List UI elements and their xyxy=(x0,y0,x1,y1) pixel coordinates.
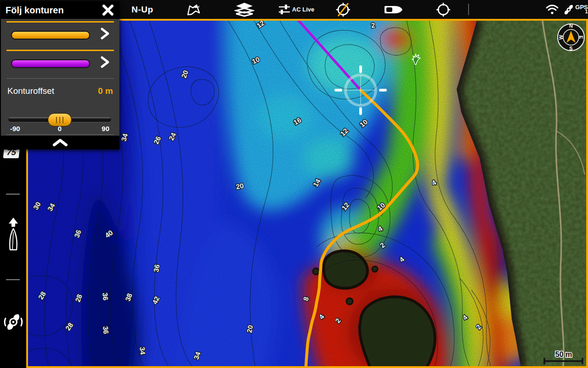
ac-live-label: AC Live xyxy=(292,6,314,13)
sidebar-divider xyxy=(6,279,20,280)
close-icon[interactable] xyxy=(100,4,116,17)
ac-live-button[interactable]: AC Live xyxy=(277,0,316,19)
spot-lock-propeller-icon[interactable] xyxy=(3,311,24,333)
depth-contour-label: 36 xyxy=(152,264,161,272)
compass-e: E xyxy=(578,35,584,39)
gps-status: GPS 1 xyxy=(575,0,588,19)
follow-contour-panel: Följ konturen Konturoffset 0 m xyxy=(1,1,119,150)
panel-header: Följ konturen xyxy=(1,1,119,19)
slider-max-label: 90 xyxy=(102,125,109,132)
orientation-mode-button[interactable]: N-Up xyxy=(128,0,157,19)
slider-min-label: -90 xyxy=(10,125,20,132)
panel-divider xyxy=(6,134,114,135)
contour-option-purple[interactable] xyxy=(6,50,114,74)
depth-contour-label: 36 xyxy=(101,292,109,300)
wifi-icon xyxy=(544,0,560,19)
contour-offset-row: Konturoffset 0 m xyxy=(7,86,113,96)
depth-contour-label: 36 xyxy=(102,326,110,334)
compass-w: W xyxy=(558,34,564,40)
offset-value: 0 m xyxy=(98,86,113,96)
panel-collapse-button[interactable] xyxy=(1,136,119,150)
depth-contour-label: 20 xyxy=(235,182,244,191)
compass-n: N xyxy=(569,23,573,29)
panel-title: Följ konturen xyxy=(6,5,64,16)
orange-contour-swatch xyxy=(11,31,90,40)
chevron-up-icon xyxy=(52,138,68,147)
chartplotter-screen: N-Up AC Live xyxy=(0,0,588,368)
purple-contour-swatch xyxy=(11,59,90,68)
slider-center-label: 0 xyxy=(58,125,62,132)
contour-option-orange[interactable] xyxy=(6,21,114,46)
trolling-motor-propeller-icon xyxy=(561,0,576,19)
toolbar-separator xyxy=(468,4,469,15)
panel-divider xyxy=(6,78,114,79)
vessel-heading-icon[interactable] xyxy=(5,217,22,253)
cursor-target-icon[interactable] xyxy=(433,0,454,19)
boat-icon[interactable] xyxy=(382,0,405,19)
mark-waypoint-disabled-icon[interactable] xyxy=(333,0,354,19)
sidebar-divider xyxy=(6,194,20,195)
contour-offset-slider[interactable] xyxy=(8,117,111,122)
scale-label: 50 m xyxy=(555,351,572,358)
depth-contour-label: 34 xyxy=(138,346,147,355)
compass-rose: N E S W xyxy=(558,23,584,51)
chevron-right-icon xyxy=(100,56,110,70)
compass-s: S xyxy=(569,46,572,51)
layers-icon[interactable] xyxy=(233,0,255,19)
depth-contour-label: 20 xyxy=(245,324,254,333)
chevron-right-icon xyxy=(100,27,110,42)
offset-label: Konturoffset xyxy=(7,86,54,96)
sliders-icon xyxy=(278,3,290,16)
chart-fish-map-icon[interactable] xyxy=(184,0,204,19)
